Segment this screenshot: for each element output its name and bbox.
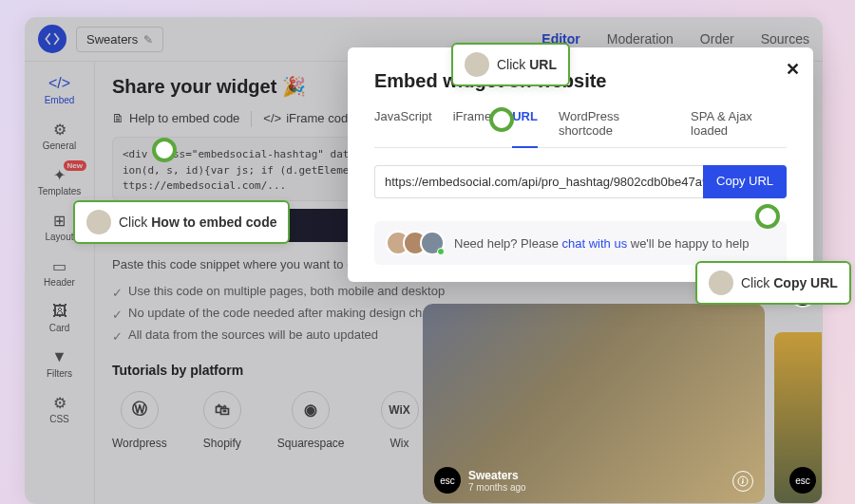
modal-title: Embed widget on website <box>374 70 787 92</box>
help-text: Need help? Please chat with us we'll be … <box>454 236 749 251</box>
preview-name: Sweaters <box>468 469 526 482</box>
help-prefix: Need help? Please <box>454 236 561 251</box>
preview-meta: esc Sweaters 7 months ago <box>434 467 526 494</box>
modal-tabs: JavaScript iFrame URL WordPress shortcod… <box>374 109 787 148</box>
avatar-icon <box>465 52 489 77</box>
close-button[interactable]: ✕ <box>786 59 800 80</box>
pinterest-icon[interactable] <box>732 471 753 492</box>
preview-time: 7 months ago <box>468 482 526 493</box>
step-marker-3 <box>755 204 780 229</box>
help-suffix: we'll be happy to help <box>627 236 749 251</box>
step-marker-1 <box>152 138 177 162</box>
tooltip-bold: URL <box>529 57 557 72</box>
copy-url-button[interactable]: Copy URL <box>703 165 787 198</box>
avatar-icon <box>709 271 733 295</box>
esc-avatar: esc <box>434 467 461 494</box>
tooltip-text: Click <box>497 57 529 72</box>
support-avatars <box>386 231 445 255</box>
modal-tab-javascript[interactable]: JavaScript <box>374 109 432 147</box>
step-marker-2 <box>489 107 514 132</box>
modal-tab-iframe[interactable]: iFrame <box>453 109 491 147</box>
modal-tab-spa[interactable]: SPA & Ajax loaded <box>691 109 787 147</box>
modal-tab-wordpress[interactable]: WordPress shortcode <box>559 109 670 147</box>
modal-tab-url[interactable]: URL <box>512 109 538 148</box>
tooltip-bold: Copy URL <box>773 275 838 290</box>
online-dot-icon <box>437 248 445 255</box>
url-input[interactable]: https://embedsocial.com/api/pro_hashtag/… <box>374 165 703 198</box>
tooltip-url: Click URL <box>451 43 570 86</box>
tooltip-embed-code: Click How to embed code <box>73 200 290 244</box>
tooltip-text: Click <box>741 275 773 290</box>
avatar-icon <box>86 210 111 234</box>
widget-preview: esc esc Sweaters 7 months ago <box>423 304 822 503</box>
esc-badge: esc <box>789 467 816 494</box>
tooltip-bold: How to embed code <box>151 215 276 230</box>
url-row: https://embedsocial.com/api/pro_hashtag/… <box>374 165 787 198</box>
help-row: Need help? Please chat with us we'll be … <box>374 221 787 265</box>
tooltip-copy-url: Click Copy URL <box>695 261 851 305</box>
tooltip-text: Click <box>119 215 151 230</box>
embed-modal: ✕ Embed widget on website JavaScript iFr… <box>348 47 813 282</box>
chat-link[interactable]: chat with us <box>561 236 627 251</box>
